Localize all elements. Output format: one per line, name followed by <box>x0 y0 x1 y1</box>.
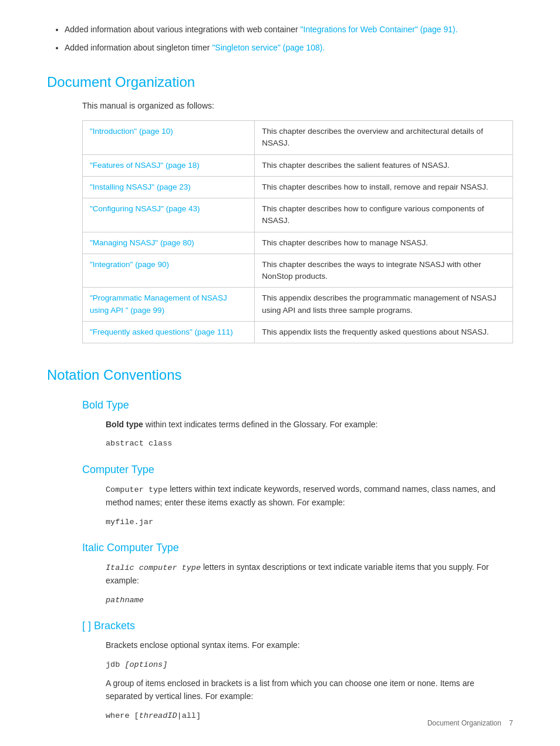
table-cell-link[interactable]: "Introduction" (page 10) <box>83 121 255 155</box>
doc-org-intro: This manual is organized as follows: <box>47 100 513 112</box>
italic-computer-type-heading: Italic Computer Type <box>47 540 513 556</box>
integrations-link[interactable]: "Integrations for Web Container" (page 9… <box>301 25 458 34</box>
table-row: "Integration" (page 90)This chapter desc… <box>83 254 513 288</box>
footer-section: Document Organization <box>427 719 501 727</box>
computer-type-example: myfile.jar <box>47 517 513 528</box>
table-cell-link[interactable]: "Configuring NSASJ" (page 43) <box>83 198 255 232</box>
table-cell-desc: This chapter describes the ways to integ… <box>255 254 513 288</box>
brackets-body1: Brackets enclose optional syntax items. … <box>47 639 513 652</box>
bold-type-body: Bold type within text indicates terms de… <box>47 418 513 431</box>
table-cell-desc: This chapter describes how to install, r… <box>255 176 513 198</box>
table-cell-desc: This chapter describes how to configure … <box>255 198 513 232</box>
bold-type-heading: Bold Type <box>47 397 513 413</box>
brackets-section: [ ] Brackets Brackets enclose optional s… <box>47 618 513 722</box>
table-row: "Features of NSASJ" (page 18)This chapte… <box>83 154 513 176</box>
brackets-example1: jdb [options] <box>47 659 513 671</box>
table-row: "Frequently asked questions" (page 111)T… <box>83 321 513 343</box>
footer-page-number: 7 <box>509 719 513 727</box>
table-cell-desc: This appendix describes the programmatic… <box>255 288 513 322</box>
table-row: "Programmatic Management of NSASJ using … <box>83 288 513 322</box>
table-cell-desc: This chapter describes how to manage NSA… <box>255 232 513 254</box>
computer-type-code: Computer type <box>106 485 167 494</box>
table-cell-link[interactable]: "Features of NSASJ" (page 18) <box>83 154 255 176</box>
table-cell-desc: This appendix lists the frequently asked… <box>255 321 513 343</box>
table-cell-link[interactable]: "Managing NSASJ" (page 80) <box>83 232 255 254</box>
table-cell-link[interactable]: "Frequently asked questions" (page 111) <box>83 321 255 343</box>
notation-conventions-section: Notation Conventions Bold Type Bold type… <box>47 364 513 722</box>
document-organization-heading: Document Organization <box>47 72 513 93</box>
brackets-heading: [ ] Brackets <box>47 618 513 634</box>
computer-type-example-code: myfile.jar <box>106 518 153 526</box>
table-cell-link[interactable]: "Integration" (page 90) <box>83 254 255 288</box>
table-row: "Installing NSASJ" (page 23)This chapter… <box>83 176 513 198</box>
table-cell-desc: This chapter describes the salient featu… <box>255 154 513 176</box>
brackets-example2-code: where [threadID|all] <box>106 711 201 720</box>
computer-type-heading: Computer Type <box>47 462 513 478</box>
intro-bullet-list: Added information about various integrat… <box>47 23 513 54</box>
singleton-link[interactable]: "Singleton service" (page 108). <box>212 43 325 52</box>
italic-computer-type-code: Italic computer type <box>106 563 201 572</box>
italic-example-code: pathname <box>106 596 144 605</box>
table-cell-link[interactable]: "Programmatic Management of NSASJ using … <box>83 288 255 322</box>
table-row: "Introduction" (page 10)This chapter des… <box>83 121 513 155</box>
page-footer: Document Organization 7 <box>427 718 513 728</box>
italic-computer-type-body: Italic computer type letters in syntax d… <box>47 561 513 588</box>
brackets-example1-code: jdb [options] <box>106 660 167 669</box>
bold-type-body-text: within text indicates terms defined in t… <box>143 420 378 429</box>
bold-type-bold-part: Bold type <box>106 420 143 429</box>
italic-computer-type-example: pathname <box>47 595 513 606</box>
table-row: "Configuring NSASJ" (page 43)This chapte… <box>83 198 513 232</box>
brackets-body2: A group of items enclosed in brackets is… <box>47 677 513 703</box>
table-cell-link[interactable]: "Installing NSASJ" (page 23) <box>83 176 255 198</box>
table-cell-desc: This chapter describes the overview and … <box>255 121 513 155</box>
bullet-text-2: Added information about singleton timer <box>65 43 212 52</box>
computer-type-body: Computer type letters within text indica… <box>47 482 513 509</box>
table-row: "Managing NSASJ" (page 80)This chapter d… <box>83 232 513 254</box>
document-org-table: "Introduction" (page 10)This chapter des… <box>82 120 513 343</box>
bullet-text-1: Added information about various integrat… <box>65 25 301 34</box>
bullet-item-1: Added information about various integrat… <box>65 23 513 36</box>
notation-conventions-heading: Notation Conventions <box>47 364 513 386</box>
bold-type-example: abstract class <box>47 438 513 450</box>
bullet-item-2: Added information about singleton timer … <box>65 42 513 54</box>
